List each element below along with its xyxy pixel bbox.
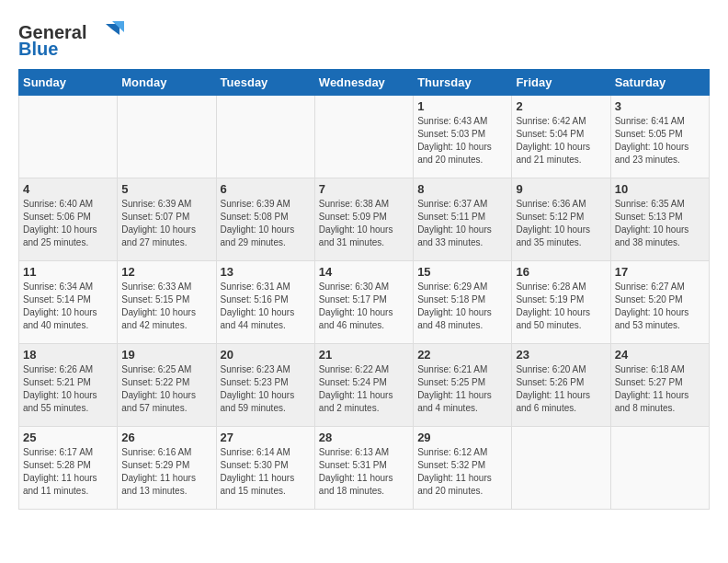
calendar-cell: 12Sunrise: 6:33 AM Sunset: 5:15 PM Dayli… [118, 261, 216, 344]
calendar-cell: 18Sunrise: 6:26 AM Sunset: 5:21 PM Dayli… [19, 344, 118, 427]
day-info: Sunrise: 6:12 AM Sunset: 5:32 PM Dayligh… [417, 446, 507, 498]
day-info: Sunrise: 6:39 AM Sunset: 5:07 PM Dayligh… [121, 198, 211, 249]
weekday-header: Sunday [19, 70, 118, 96]
day-number: 5 [121, 182, 211, 196]
day-number: 16 [516, 265, 606, 279]
day-info: Sunrise: 6:26 AM Sunset: 5:21 PM Dayligh… [23, 363, 113, 415]
calendar-cell [610, 427, 709, 510]
calendar-cell: 17Sunrise: 6:27 AM Sunset: 5:20 PM Dayli… [610, 261, 709, 344]
calendar-cell: 28Sunrise: 6:13 AM Sunset: 5:31 PM Dayli… [314, 427, 413, 510]
calendar-cell [512, 427, 610, 510]
calendar-cell: 16Sunrise: 6:28 AM Sunset: 5:19 PM Dayli… [512, 261, 610, 344]
calendar-cell: 22Sunrise: 6:21 AM Sunset: 5:25 PM Dayli… [414, 344, 512, 427]
calendar-week-row: 18Sunrise: 6:26 AM Sunset: 5:21 PM Dayli… [19, 344, 710, 427]
day-number: 20 [221, 348, 311, 362]
calendar-week-row: 25Sunrise: 6:17 AM Sunset: 5:28 PM Dayli… [19, 427, 710, 510]
day-number: 12 [121, 265, 211, 279]
day-number: 2 [516, 99, 606, 113]
calendar-cell: 15Sunrise: 6:29 AM Sunset: 5:18 PM Dayli… [414, 261, 512, 344]
calendar-cell: 3Sunrise: 6:41 AM Sunset: 5:05 PM Daylig… [610, 96, 709, 178]
day-info: Sunrise: 6:31 AM Sunset: 5:16 PM Dayligh… [221, 281, 311, 332]
calendar-cell: 1Sunrise: 6:43 AM Sunset: 5:03 PM Daylig… [414, 96, 512, 178]
calendar-cell [314, 96, 413, 178]
calendar-cell: 25Sunrise: 6:17 AM Sunset: 5:28 PM Dayli… [19, 427, 118, 510]
calendar-cell: 4Sunrise: 6:40 AM Sunset: 5:06 PM Daylig… [19, 178, 118, 261]
calendar-cell: 5Sunrise: 6:39 AM Sunset: 5:07 PM Daylig… [118, 178, 216, 261]
day-number: 6 [221, 182, 311, 196]
calendar-cell: 13Sunrise: 6:31 AM Sunset: 5:16 PM Dayli… [216, 261, 314, 344]
day-info: Sunrise: 6:17 AM Sunset: 5:28 PM Dayligh… [23, 446, 113, 498]
calendar-cell [216, 96, 314, 178]
page-header: General Blue [18, 18, 710, 60]
calendar-week-row: 1Sunrise: 6:43 AM Sunset: 5:03 PM Daylig… [19, 96, 710, 178]
day-number: 7 [319, 182, 409, 196]
weekday-header: Thursday [414, 70, 512, 96]
day-info: Sunrise: 6:34 AM Sunset: 5:14 PM Dayligh… [23, 281, 113, 332]
calendar-table: SundayMondayTuesdayWednesdayThursdayFrid… [18, 69, 710, 510]
day-info: Sunrise: 6:38 AM Sunset: 5:09 PM Dayligh… [319, 198, 409, 249]
weekday-header: Wednesday [314, 70, 413, 96]
day-info: Sunrise: 6:43 AM Sunset: 5:03 PM Dayligh… [417, 115, 507, 167]
day-number: 8 [417, 182, 507, 196]
day-number: 11 [23, 265, 113, 279]
weekday-header: Saturday [610, 70, 709, 96]
day-number: 22 [417, 348, 507, 362]
day-info: Sunrise: 6:25 AM Sunset: 5:22 PM Dayligh… [121, 363, 211, 415]
day-info: Sunrise: 6:21 AM Sunset: 5:25 PM Dayligh… [417, 363, 507, 415]
weekday-header: Friday [512, 70, 610, 96]
day-info: Sunrise: 6:18 AM Sunset: 5:27 PM Dayligh… [615, 363, 705, 415]
day-number: 3 [615, 99, 705, 113]
day-number: 15 [417, 265, 507, 279]
day-info: Sunrise: 6:35 AM Sunset: 5:13 PM Dayligh… [615, 198, 705, 249]
day-number: 21 [319, 348, 409, 362]
calendar-cell [118, 96, 216, 178]
day-number: 28 [319, 431, 409, 444]
calendar-cell: 24Sunrise: 6:18 AM Sunset: 5:27 PM Dayli… [610, 344, 709, 427]
day-number: 17 [615, 265, 705, 279]
day-info: Sunrise: 6:42 AM Sunset: 5:04 PM Dayligh… [516, 115, 606, 167]
day-info: Sunrise: 6:41 AM Sunset: 5:05 PM Dayligh… [615, 115, 705, 167]
calendar-cell: 21Sunrise: 6:22 AM Sunset: 5:24 PM Dayli… [314, 344, 413, 427]
day-info: Sunrise: 6:20 AM Sunset: 5:26 PM Dayligh… [516, 363, 606, 415]
svg-text:Blue: Blue [18, 39, 58, 59]
day-number: 26 [121, 431, 211, 444]
day-number: 13 [221, 265, 311, 279]
day-number: 25 [23, 431, 113, 444]
day-info: Sunrise: 6:28 AM Sunset: 5:19 PM Dayligh… [516, 281, 606, 332]
day-number: 29 [417, 431, 507, 444]
calendar-cell: 11Sunrise: 6:34 AM Sunset: 5:14 PM Dayli… [19, 261, 118, 344]
day-number: 24 [615, 348, 705, 362]
day-info: Sunrise: 6:30 AM Sunset: 5:17 PM Dayligh… [319, 281, 409, 332]
day-info: Sunrise: 6:22 AM Sunset: 5:24 PM Dayligh… [319, 363, 409, 415]
weekday-header: Monday [118, 70, 216, 96]
day-number: 9 [516, 182, 606, 196]
day-number: 18 [23, 348, 113, 362]
calendar-header-row: SundayMondayTuesdayWednesdayThursdayFrid… [19, 70, 710, 96]
day-info: Sunrise: 6:16 AM Sunset: 5:29 PM Dayligh… [121, 446, 211, 498]
calendar-cell: 7Sunrise: 6:38 AM Sunset: 5:09 PM Daylig… [314, 178, 413, 261]
weekday-header: Tuesday [216, 70, 314, 96]
day-info: Sunrise: 6:13 AM Sunset: 5:31 PM Dayligh… [319, 446, 409, 498]
day-number: 1 [417, 99, 507, 113]
calendar-week-row: 4Sunrise: 6:40 AM Sunset: 5:06 PM Daylig… [19, 178, 710, 261]
calendar-cell: 14Sunrise: 6:30 AM Sunset: 5:17 PM Dayli… [314, 261, 413, 344]
day-info: Sunrise: 6:33 AM Sunset: 5:15 PM Dayligh… [121, 281, 211, 332]
calendar-cell: 6Sunrise: 6:39 AM Sunset: 5:08 PM Daylig… [216, 178, 314, 261]
calendar-cell: 23Sunrise: 6:20 AM Sunset: 5:26 PM Dayli… [512, 344, 610, 427]
calendar-cell: 2Sunrise: 6:42 AM Sunset: 5:04 PM Daylig… [512, 96, 610, 178]
calendar-cell: 27Sunrise: 6:14 AM Sunset: 5:30 PM Dayli… [216, 427, 314, 510]
day-info: Sunrise: 6:39 AM Sunset: 5:08 PM Dayligh… [221, 198, 311, 249]
day-info: Sunrise: 6:23 AM Sunset: 5:23 PM Dayligh… [221, 363, 311, 415]
calendar-cell [19, 96, 118, 178]
logo-svg: General Blue [18, 18, 138, 60]
calendar-cell: 29Sunrise: 6:12 AM Sunset: 5:32 PM Dayli… [414, 427, 512, 510]
day-number: 10 [615, 182, 705, 196]
logo: General Blue [18, 18, 138, 60]
day-info: Sunrise: 6:14 AM Sunset: 5:30 PM Dayligh… [221, 446, 311, 498]
calendar-week-row: 11Sunrise: 6:34 AM Sunset: 5:14 PM Dayli… [19, 261, 710, 344]
calendar-cell: 26Sunrise: 6:16 AM Sunset: 5:29 PM Dayli… [118, 427, 216, 510]
calendar-cell: 20Sunrise: 6:23 AM Sunset: 5:23 PM Dayli… [216, 344, 314, 427]
calendar-cell: 9Sunrise: 6:36 AM Sunset: 5:12 PM Daylig… [512, 178, 610, 261]
calendar-cell: 8Sunrise: 6:37 AM Sunset: 5:11 PM Daylig… [414, 178, 512, 261]
calendar-cell: 19Sunrise: 6:25 AM Sunset: 5:22 PM Dayli… [118, 344, 216, 427]
